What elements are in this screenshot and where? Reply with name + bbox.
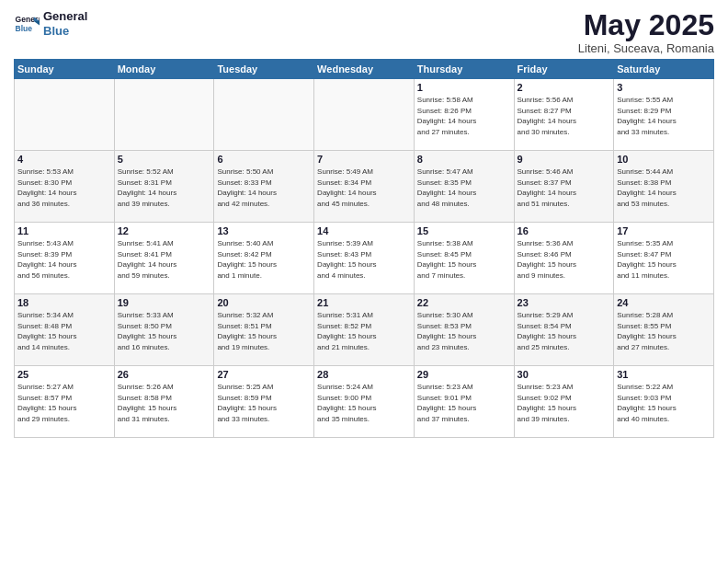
day-number: 5 (118, 154, 211, 165)
day-number: 18 (17, 297, 111, 308)
day-info: Sunrise: 5:36 AM Sunset: 8:46 PM Dayligh… (518, 238, 611, 281)
day-number: 31 (617, 369, 711, 380)
table-row: 11Sunrise: 5:43 AM Sunset: 8:39 PM Dayli… (15, 223, 115, 294)
table-row: 28Sunrise: 5:24 AM Sunset: 9:00 PM Dayli… (314, 366, 415, 438)
calendar-table: Sunday Monday Tuesday Wednesday Thursday… (14, 59, 714, 438)
day-info: Sunrise: 5:55 AM Sunset: 8:29 PM Dayligh… (617, 95, 711, 137)
day-info: Sunrise: 5:30 AM Sunset: 8:53 PM Dayligh… (417, 310, 511, 352)
day-number: 12 (118, 225, 211, 236)
calendar-week-row: 1Sunrise: 5:58 AM Sunset: 8:26 PM Daylig… (15, 79, 714, 151)
table-row: 23Sunrise: 5:29 AM Sunset: 8:54 PM Dayli… (514, 294, 614, 366)
table-row: 27Sunrise: 5:25 AM Sunset: 8:59 PM Dayli… (214, 366, 314, 438)
day-info: Sunrise: 5:23 AM Sunset: 9:02 PM Dayligh… (518, 382, 611, 424)
day-info: Sunrise: 5:23 AM Sunset: 9:01 PM Dayligh… (417, 382, 511, 424)
day-info: Sunrise: 5:46 AM Sunset: 8:37 PM Dayligh… (518, 167, 611, 209)
day-info: Sunrise: 5:34 AM Sunset: 8:48 PM Dayligh… (17, 310, 111, 352)
table-row: 7Sunrise: 5:49 AM Sunset: 8:34 PM Daylig… (314, 151, 415, 223)
day-number: 21 (317, 297, 411, 308)
table-row: 31Sunrise: 5:22 AM Sunset: 9:03 PM Dayli… (614, 366, 714, 438)
day-info: Sunrise: 5:31 AM Sunset: 8:52 PM Dayligh… (317, 310, 411, 352)
col-friday: Friday (514, 60, 614, 79)
logo: General Blue General Blue (14, 9, 87, 38)
table-row: 8Sunrise: 5:47 AM Sunset: 8:35 PM Daylig… (414, 151, 514, 223)
day-number: 22 (417, 297, 511, 308)
day-number: 20 (217, 297, 311, 308)
day-info: Sunrise: 5:28 AM Sunset: 8:55 PM Dayligh… (617, 310, 711, 352)
col-wednesday: Wednesday (314, 60, 415, 79)
day-number: 30 (518, 369, 611, 380)
table-row: 13Sunrise: 5:40 AM Sunset: 8:42 PM Dayli… (214, 223, 314, 294)
table-row: 12Sunrise: 5:41 AM Sunset: 8:41 PM Dayli… (114, 223, 214, 294)
day-info: Sunrise: 5:47 AM Sunset: 8:35 PM Dayligh… (417, 167, 511, 209)
table-row: 26Sunrise: 5:26 AM Sunset: 8:58 PM Dayli… (114, 366, 214, 438)
table-row: 30Sunrise: 5:23 AM Sunset: 9:02 PM Dayli… (514, 366, 614, 438)
day-info: Sunrise: 5:40 AM Sunset: 8:42 PM Dayligh… (217, 238, 311, 281)
day-info: Sunrise: 5:38 AM Sunset: 8:45 PM Dayligh… (417, 238, 511, 281)
calendar-week-row: 11Sunrise: 5:43 AM Sunset: 8:39 PM Dayli… (15, 223, 714, 294)
table-row: 16Sunrise: 5:36 AM Sunset: 8:46 PM Dayli… (514, 223, 614, 294)
col-thursday: Thursday (414, 60, 514, 79)
day-info: Sunrise: 5:50 AM Sunset: 8:33 PM Dayligh… (217, 167, 311, 209)
page-title: May 2025 (578, 9, 714, 41)
col-monday: Monday (114, 60, 214, 79)
table-row: 15Sunrise: 5:38 AM Sunset: 8:45 PM Dayli… (414, 223, 514, 294)
table-row: 6Sunrise: 5:50 AM Sunset: 8:33 PM Daylig… (214, 151, 314, 223)
col-sunday: Sunday (15, 60, 115, 79)
day-info: Sunrise: 5:53 AM Sunset: 8:30 PM Dayligh… (17, 167, 111, 209)
day-info: Sunrise: 5:33 AM Sunset: 8:50 PM Dayligh… (118, 310, 211, 352)
logo-blue: Blue (43, 24, 87, 39)
day-number: 7 (317, 154, 411, 165)
day-info: Sunrise: 5:58 AM Sunset: 8:26 PM Dayligh… (417, 95, 511, 137)
page-subtitle: Liteni, Suceava, Romania (578, 41, 714, 55)
day-info: Sunrise: 5:24 AM Sunset: 9:00 PM Dayligh… (317, 382, 411, 424)
table-row: 5Sunrise: 5:52 AM Sunset: 8:31 PM Daylig… (114, 151, 214, 223)
day-number: 4 (17, 154, 111, 165)
table-row: 10Sunrise: 5:44 AM Sunset: 8:38 PM Dayli… (614, 151, 714, 223)
day-info: Sunrise: 5:56 AM Sunset: 8:27 PM Dayligh… (518, 95, 611, 137)
table-row: 25Sunrise: 5:27 AM Sunset: 8:57 PM Dayli… (15, 366, 115, 438)
day-info: Sunrise: 5:27 AM Sunset: 8:57 PM Dayligh… (17, 382, 111, 424)
table-row: 17Sunrise: 5:35 AM Sunset: 8:47 PM Dayli… (614, 223, 714, 294)
day-number: 27 (217, 369, 311, 380)
day-number: 24 (617, 297, 711, 308)
table-row: 1Sunrise: 5:58 AM Sunset: 8:26 PM Daylig… (414, 79, 514, 151)
day-number: 2 (518, 82, 611, 93)
day-info: Sunrise: 5:43 AM Sunset: 8:39 PM Dayligh… (17, 238, 111, 281)
day-number: 11 (17, 225, 111, 236)
table-row: 3Sunrise: 5:55 AM Sunset: 8:29 PM Daylig… (614, 79, 714, 151)
logo-general: General (43, 9, 87, 24)
table-row: 21Sunrise: 5:31 AM Sunset: 8:52 PM Dayli… (314, 294, 415, 366)
day-number: 16 (518, 225, 611, 236)
table-row (314, 79, 415, 151)
table-row (214, 79, 314, 151)
day-number: 15 (417, 225, 511, 236)
table-row: 18Sunrise: 5:34 AM Sunset: 8:48 PM Dayli… (15, 294, 115, 366)
day-number: 9 (518, 154, 611, 165)
header-row: Sunday Monday Tuesday Wednesday Thursday… (15, 60, 714, 79)
table-row: 19Sunrise: 5:33 AM Sunset: 8:50 PM Dayli… (114, 294, 214, 366)
svg-text:Blue: Blue (16, 23, 33, 32)
day-number: 29 (417, 369, 511, 380)
table-row: 14Sunrise: 5:39 AM Sunset: 8:43 PM Dayli… (314, 223, 415, 294)
day-info: Sunrise: 5:39 AM Sunset: 8:43 PM Dayligh… (317, 238, 411, 281)
day-number: 17 (617, 225, 711, 236)
day-info: Sunrise: 5:35 AM Sunset: 8:47 PM Dayligh… (617, 238, 711, 281)
table-row: 9Sunrise: 5:46 AM Sunset: 8:37 PM Daylig… (514, 151, 614, 223)
day-info: Sunrise: 5:29 AM Sunset: 8:54 PM Dayligh… (518, 310, 611, 352)
table-row: 22Sunrise: 5:30 AM Sunset: 8:53 PM Dayli… (414, 294, 514, 366)
table-row: 24Sunrise: 5:28 AM Sunset: 8:55 PM Dayli… (614, 294, 714, 366)
day-number: 3 (617, 82, 711, 93)
day-info: Sunrise: 5:41 AM Sunset: 8:41 PM Dayligh… (118, 238, 211, 281)
day-number: 8 (417, 154, 511, 165)
table-row (15, 79, 115, 151)
day-info: Sunrise: 5:26 AM Sunset: 8:58 PM Dayligh… (118, 382, 211, 424)
table-row: 2Sunrise: 5:56 AM Sunset: 8:27 PM Daylig… (514, 79, 614, 151)
day-info: Sunrise: 5:32 AM Sunset: 8:51 PM Dayligh… (217, 310, 311, 352)
day-number: 28 (317, 369, 411, 380)
day-info: Sunrise: 5:25 AM Sunset: 8:59 PM Dayligh… (217, 382, 311, 424)
col-saturday: Saturday (614, 60, 714, 79)
col-tuesday: Tuesday (214, 60, 314, 79)
calendar-week-row: 18Sunrise: 5:34 AM Sunset: 8:48 PM Dayli… (15, 294, 714, 366)
calendar-week-row: 25Sunrise: 5:27 AM Sunset: 8:57 PM Dayli… (15, 366, 714, 438)
day-info: Sunrise: 5:52 AM Sunset: 8:31 PM Dayligh… (118, 167, 211, 209)
